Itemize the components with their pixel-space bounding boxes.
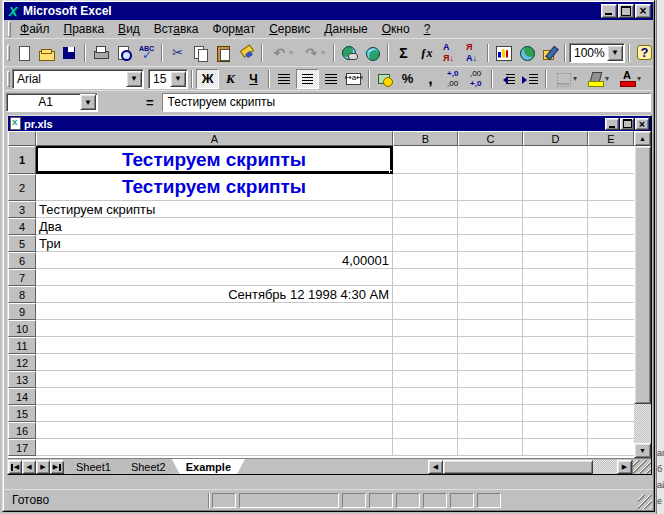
font-color-button[interactable]: ▾ [614,69,646,89]
cell-E4[interactable] [588,218,634,235]
cell-B5[interactable] [393,235,458,252]
formula-input[interactable]: Тестируем скрипты [162,93,651,112]
maximize-button[interactable] [618,4,634,18]
last-sheet-button[interactable]: ▶ [50,460,64,474]
horizontal-scrollbar[interactable]: ◀ ▶ [428,460,632,474]
borders-dropdown-icon[interactable]: ▾ [573,74,577,83]
print-preview-button[interactable] [112,42,135,64]
percent-button[interactable]: % [396,69,419,89]
menu-item-0[interactable]: Файл [13,20,57,38]
cell-D1[interactable] [523,146,588,174]
cell-C12[interactable] [458,354,523,371]
row-header-3[interactable]: 3 [8,201,36,218]
cell-B13[interactable] [393,371,458,388]
cell-E1[interactable] [588,146,634,174]
undo-button[interactable]: ↶▾ [266,42,298,64]
cell-B17[interactable] [393,439,458,456]
cell-D13[interactable] [523,371,588,388]
row-header-16[interactable]: 16 [8,422,36,439]
align-left-button[interactable] [273,69,296,89]
cell-C5[interactable] [458,235,523,252]
bold-button[interactable]: Ж [196,69,219,89]
row-header-6[interactable]: 6 [8,252,36,269]
cell-D9[interactable] [523,303,588,320]
vertical-scrollbar[interactable]: ▲ ▼ [634,131,651,458]
row-header-9[interactable]: 9 [8,303,36,320]
cell-E3[interactable] [588,201,634,218]
cell-C16[interactable] [458,422,523,439]
workbook-maximize-button[interactable] [620,118,634,130]
cell-E6[interactable] [588,252,634,269]
name-box-dropdown-icon[interactable]: ▼ [80,94,96,110]
align-center-button[interactable] [296,69,319,89]
cell-E16[interactable] [588,422,634,439]
cell-D14[interactable] [523,388,588,405]
menu-item-5[interactable]: Сервис [262,20,317,38]
insert-hyperlink-button[interactable] [338,42,361,64]
row-header-4[interactable]: 4 [8,218,36,235]
cut-button[interactable]: ✂ [166,42,189,64]
cell-A11[interactable] [36,337,393,354]
window-resize-grip[interactable] [638,495,652,509]
decrease-decimal-button[interactable] [465,69,488,89]
decrease-indent-button[interactable] [496,69,519,89]
menu-item-8[interactable]: ? [417,20,438,38]
row-header-13[interactable]: 13 [8,371,36,388]
italic-button[interactable]: К [219,69,242,89]
redo-dropdown-icon[interactable]: ▾ [321,48,325,57]
scroll-right-icon[interactable]: ▶ [617,460,632,474]
cell-B3[interactable] [393,201,458,218]
web-toolbar-button[interactable] [361,42,384,64]
save-button[interactable] [58,42,81,64]
main-titlebar[interactable]: X Microsoft Excel × [4,2,653,20]
cell-B15[interactable] [393,405,458,422]
cell-A16[interactable] [36,422,393,439]
next-sheet-button[interactable]: ▶ [36,460,50,474]
previous-sheet-button[interactable]: ◀ [22,460,36,474]
cell-A2[interactable]: Тестируем скрипты [36,174,393,201]
new-document-button[interactable] [12,42,35,64]
edit-formula-button[interactable]: = [146,95,154,110]
workbook-titlebar[interactable]: pr.xls × [8,116,651,131]
cell-E14[interactable] [588,388,634,405]
name-box[interactable]: A1 ▼ [6,93,98,112]
menu-grip[interactable] [8,21,11,37]
cell-D8[interactable] [523,286,588,303]
scroll-down-icon[interactable]: ▼ [634,443,651,458]
cell-A6[interactable]: 4,00001 [36,252,393,269]
select-all-corner[interactable] [8,131,36,146]
cell-E10[interactable] [588,320,634,337]
scroll-up-icon[interactable]: ▲ [634,131,651,146]
cell-A5[interactable]: Три [36,235,393,252]
spelling-button[interactable] [135,42,158,64]
redo-button[interactable]: ↷▾ [298,42,330,64]
workbook-resize-grip[interactable] [632,460,651,474]
cell-A17[interactable] [36,439,393,456]
cell-E9[interactable] [588,303,634,320]
cell-E8[interactable] [588,286,634,303]
comma-button[interactable]: , [419,69,442,89]
cell-E12[interactable] [588,354,634,371]
cell-A10[interactable] [36,320,393,337]
cell-C9[interactable] [458,303,523,320]
font-dropdown-icon[interactable]: ▼ [126,71,142,87]
zoom-select[interactable]: 100% ▼ [569,43,625,63]
cell-A14[interactable] [36,388,393,405]
row-header-12[interactable]: 12 [8,354,36,371]
cell-C15[interactable] [458,405,523,422]
vertical-scroll-thumb[interactable] [634,146,651,404]
cell-D10[interactable] [523,320,588,337]
cell-B6[interactable] [393,252,458,269]
cell-B10[interactable] [393,320,458,337]
workbook-minimize-button[interactable] [605,118,619,130]
cell-E7[interactable] [588,269,634,286]
sort-ascending-button[interactable] [438,42,461,64]
menu-item-4[interactable]: Формат [206,20,263,38]
cell-E2[interactable] [588,174,634,201]
cell-D7[interactable] [523,269,588,286]
merge-center-button[interactable] [342,69,365,89]
row-header-15[interactable]: 15 [8,405,36,422]
fill-color-dropdown-icon[interactable]: ▾ [605,74,609,83]
cell-A3[interactable]: Тестируем скрипты [36,201,393,218]
cell-C10[interactable] [458,320,523,337]
